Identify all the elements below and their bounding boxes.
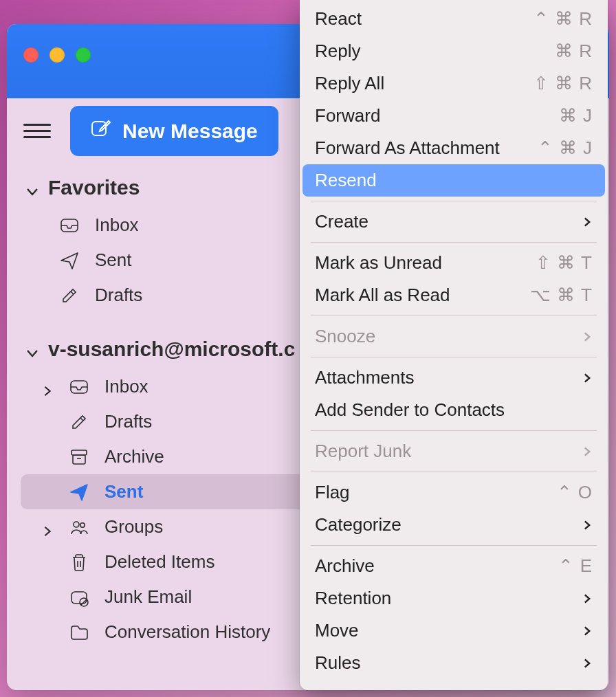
sidebar-item-label: Groups xyxy=(104,516,163,538)
menu-item-label: Resend xyxy=(315,170,377,191)
window-controls xyxy=(23,47,91,63)
menu-item-report-junk: Report Junk xyxy=(302,435,605,467)
menu-item-shortcut: ⌘ J xyxy=(559,105,593,126)
menu-item-reply[interactable]: Reply⌘ R xyxy=(302,35,605,67)
sidebar-item-label: Inbox xyxy=(95,214,139,236)
menu-item-label: Forward As Attachment xyxy=(315,137,500,159)
menu-item-create[interactable]: Create xyxy=(302,206,605,238)
folder-icon xyxy=(69,622,89,643)
menu-item-label: Categorize xyxy=(315,514,402,535)
menu-item-label: Reply xyxy=(315,41,360,62)
menu-item-label: Archive xyxy=(315,555,375,577)
new-message-button[interactable]: New Message xyxy=(70,106,278,156)
account-title: v-susanrich@microsoft.c xyxy=(48,338,295,361)
chevron-right-icon xyxy=(582,514,593,535)
menu-item-label: Attachments xyxy=(315,367,415,388)
menu-item-label: Move xyxy=(315,620,359,641)
menu-item-shortcut: ⌃ ⌘ J xyxy=(538,137,593,159)
menu-item-shortcut: ⇧ ⌘ T xyxy=(536,252,593,274)
chevron-right-icon xyxy=(582,367,593,388)
menu-item-flag[interactable]: Flag⌃ O xyxy=(302,476,605,509)
sent-icon xyxy=(59,250,80,271)
sidebar-item-label: Drafts xyxy=(104,411,152,432)
menu-item-label: Flag xyxy=(315,482,350,503)
chevron-right-icon xyxy=(582,588,593,609)
menu-item-forward[interactable]: Forward⌘ J xyxy=(302,100,605,132)
sidebar-item-label: Deleted Items xyxy=(104,551,214,573)
context-menu: React⌃ ⌘ RReply⌘ RReply All⇧ ⌘ RForward⌘… xyxy=(300,0,608,690)
menu-item-label: React xyxy=(315,8,362,30)
menu-item-shortcut: ⇧ ⌘ R xyxy=(534,73,593,94)
menu-item-label: Report Junk xyxy=(315,441,411,462)
chevron-right-icon xyxy=(582,326,593,347)
minimize-window-button[interactable] xyxy=(50,47,65,63)
chevron-right-icon[interactable] xyxy=(41,521,54,533)
menu-item-mark-all-as-read[interactable]: Mark All as Read⌥ ⌘ T xyxy=(302,279,605,311)
chevron-right-icon xyxy=(582,620,593,641)
trash-icon xyxy=(69,552,89,573)
menu-item-forward-as-attachment[interactable]: Forward As Attachment⌃ ⌘ J xyxy=(302,132,605,164)
menu-item-shortcut: ⌃ ⌘ R xyxy=(534,8,593,30)
zoom-window-button[interactable] xyxy=(76,47,91,63)
menu-item-shortcut: ⌃ O xyxy=(557,482,593,503)
menu-item-add-sender-to-contacts[interactable]: Add Sender to Contacts xyxy=(302,394,605,426)
sidebar-item-label: Drafts xyxy=(95,285,142,306)
menu-item-move[interactable]: Move xyxy=(302,615,605,647)
drafts-icon xyxy=(69,412,89,432)
menu-item-label: Forward xyxy=(315,105,380,126)
junk-icon xyxy=(69,587,89,608)
menu-item-mark-as-unread[interactable]: Mark as Unread⇧ ⌘ T xyxy=(302,247,605,279)
chevron-down-icon xyxy=(25,342,40,357)
sidebar-item-label: Archive xyxy=(104,446,164,467)
chevron-down-icon xyxy=(25,180,40,195)
menu-separator xyxy=(311,242,597,243)
compose-icon xyxy=(91,118,111,144)
menu-item-snooze: Snooze xyxy=(302,320,605,353)
groups-icon xyxy=(69,517,89,538)
menu-item-shortcut: ⌃ E xyxy=(558,555,593,577)
favorites-title: Favorites xyxy=(48,176,140,199)
menu-item-label: Mark as Unread xyxy=(315,252,442,274)
menu-item-retention[interactable]: Retention xyxy=(302,582,605,615)
menu-item-react[interactable]: React⌃ ⌘ R xyxy=(302,3,605,35)
chevron-right-icon xyxy=(582,211,593,232)
menu-item-label: Rules xyxy=(315,652,360,674)
menu-separator xyxy=(311,201,597,201)
menu-separator xyxy=(311,316,597,316)
menu-item-label: Reply All xyxy=(315,73,384,94)
menu-item-label: Snooze xyxy=(315,326,375,347)
inbox-icon xyxy=(69,377,89,397)
chevron-right-icon xyxy=(582,652,593,674)
new-message-label: New Message xyxy=(122,120,258,143)
menu-item-attachments[interactable]: Attachments xyxy=(302,362,605,394)
sidebar-item-label: Sent xyxy=(104,481,143,502)
menu-item-shortcut: ⌘ R xyxy=(555,41,593,62)
sent-icon xyxy=(69,482,89,502)
menu-item-categorize[interactable]: Categorize xyxy=(302,509,605,541)
archive-icon xyxy=(69,447,89,467)
menu-item-label: Mark All as Read xyxy=(315,285,450,306)
menu-separator xyxy=(311,357,597,357)
close-window-button[interactable] xyxy=(23,47,38,63)
menu-item-shortcut: ⌥ ⌘ T xyxy=(530,285,593,306)
sidebar-item-label: Conversation History xyxy=(104,621,270,643)
menu-item-label: Create xyxy=(315,211,368,232)
menu-separator xyxy=(311,430,597,431)
menu-item-resend[interactable]: Resend xyxy=(302,164,605,197)
menu-separator xyxy=(311,545,597,546)
inbox-icon xyxy=(59,215,80,236)
menu-separator xyxy=(311,472,597,472)
menu-item-rules[interactable]: Rules xyxy=(302,647,605,679)
chevron-right-icon[interactable] xyxy=(41,381,54,393)
menu-item-reply-all[interactable]: Reply All⇧ ⌘ R xyxy=(302,67,605,100)
sidebar-item-label: Inbox xyxy=(104,376,148,397)
menu-item-archive[interactable]: Archive⌃ E xyxy=(302,550,605,582)
drafts-icon xyxy=(59,285,80,306)
menu-item-label: Retention xyxy=(315,588,391,609)
sidebar-item-label: Sent xyxy=(95,250,132,271)
sidebar-toggle-button[interactable] xyxy=(23,124,51,138)
chevron-right-icon xyxy=(582,441,593,462)
sidebar-item-label: Junk Email xyxy=(104,586,192,608)
menu-item-label: Add Sender to Contacts xyxy=(315,399,505,421)
